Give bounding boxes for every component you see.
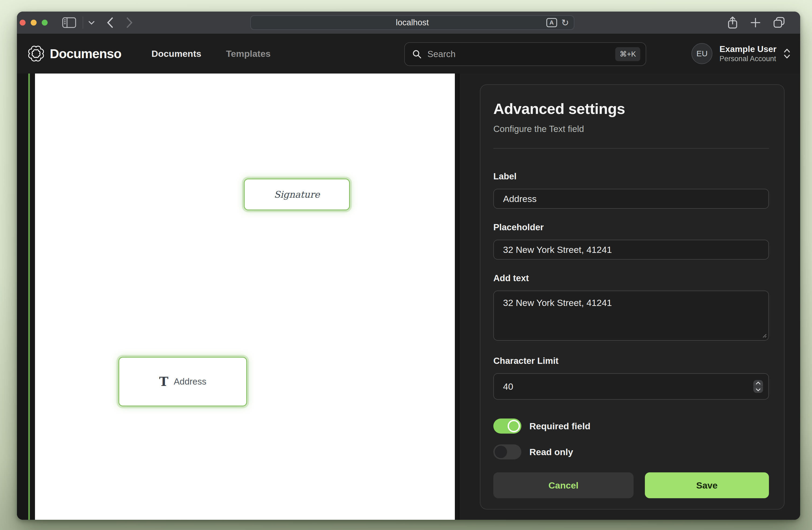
advanced-settings-card: Advanced settings Configure the Text fie…: [480, 84, 785, 510]
signature-field-box[interactable]: Signature: [244, 179, 350, 210]
toggle-thumb: [495, 446, 507, 458]
text-field-label: Address: [174, 376, 206, 387]
reload-icon[interactable]: ↻: [562, 18, 569, 27]
text-type-icon: T: [159, 375, 168, 388]
panel-divider: [493, 148, 769, 149]
stepper-down-icon[interactable]: [753, 387, 763, 393]
brand-name: Documenso: [50, 46, 121, 61]
sidebar-toggle-icon[interactable]: [62, 17, 76, 28]
documenso-logo-icon: [28, 46, 44, 61]
add-text-field-label: Add text: [493, 273, 769, 283]
text-field-box[interactable]: T Address: [118, 357, 247, 406]
toggle-thumb: [508, 420, 520, 432]
label-field-label: Label: [493, 171, 769, 182]
close-window-button[interactable]: [20, 20, 26, 26]
address-bar[interactable]: localhost A ↻: [250, 15, 574, 30]
textarea-resize-handle[interactable]: [762, 333, 767, 338]
placeholder-field-label: Placeholder: [493, 222, 769, 233]
browser-toolbar: localhost A ↻: [17, 12, 800, 34]
settings-panel: Advanced settings Configure the Text fie…: [459, 73, 800, 520]
user-name: Example User: [720, 44, 777, 54]
required-field-toggle[interactable]: [493, 419, 521, 434]
save-button[interactable]: Save: [645, 472, 769, 498]
nav-item-templates[interactable]: Templates: [226, 48, 271, 59]
placeholder-field-input[interactable]: [493, 240, 769, 260]
window-controls: [17, 20, 48, 26]
stepper-up-icon[interactable]: [753, 380, 763, 387]
avatar: EU: [692, 43, 712, 64]
add-text-textarea[interactable]: 32 New York Street, 41241: [493, 291, 769, 341]
page-edge-accent: [28, 73, 30, 520]
nav-links: Documents Templates: [151, 48, 271, 59]
document-left-gutter: [17, 73, 35, 520]
nav-item-documents[interactable]: Documents: [151, 48, 201, 59]
character-limit-label: Character Limit: [493, 356, 769, 366]
panel-title: Advanced settings: [493, 100, 769, 117]
search-input[interactable]: Search ⌘+K: [404, 42, 646, 66]
new-tab-icon[interactable]: [750, 17, 761, 28]
toolbar-divider: [83, 16, 83, 29]
user-account: Personal Account: [720, 54, 777, 64]
document-page: Signature T Address: [35, 73, 455, 520]
cancel-button[interactable]: Cancel: [493, 472, 634, 498]
search-shortcut-badge: ⌘+K: [615, 47, 640, 61]
number-stepper[interactable]: [753, 380, 763, 393]
app-navbar: Documenso Documents Templates Search ⌘+K…: [17, 34, 800, 73]
minimize-window-button[interactable]: [31, 20, 37, 26]
url-text: localhost: [396, 18, 429, 27]
read-only-label: Read only: [530, 447, 573, 457]
back-icon[interactable]: [107, 17, 113, 28]
tab-overview-icon[interactable]: [773, 17, 785, 28]
signature-field-label: Signature: [274, 189, 320, 200]
search-icon: [412, 50, 421, 59]
panel-subtitle: Configure the Text field: [493, 124, 769, 134]
browser-window: localhost A ↻: [17, 12, 800, 520]
forward-icon[interactable]: [126, 17, 133, 28]
label-field-input[interactable]: [493, 189, 769, 209]
required-field-label: Required field: [530, 421, 591, 431]
page-panel-gap: [455, 73, 459, 520]
brand[interactable]: Documenso: [28, 46, 121, 61]
content-area: Signature T Address Advanced settings Co…: [17, 73, 800, 520]
share-icon[interactable]: [727, 16, 738, 29]
search-placeholder: Search: [427, 49, 609, 59]
character-limit-input[interactable]: [493, 373, 769, 400]
user-menu[interactable]: EU Example User Personal Account: [692, 34, 791, 73]
fullscreen-window-button[interactable]: [42, 20, 48, 26]
read-only-toggle[interactable]: [493, 444, 521, 459]
chevron-up-down-icon: [783, 48, 791, 59]
chevron-down-icon[interactable]: [89, 21, 95, 25]
translate-icon[interactable]: A: [546, 18, 557, 27]
